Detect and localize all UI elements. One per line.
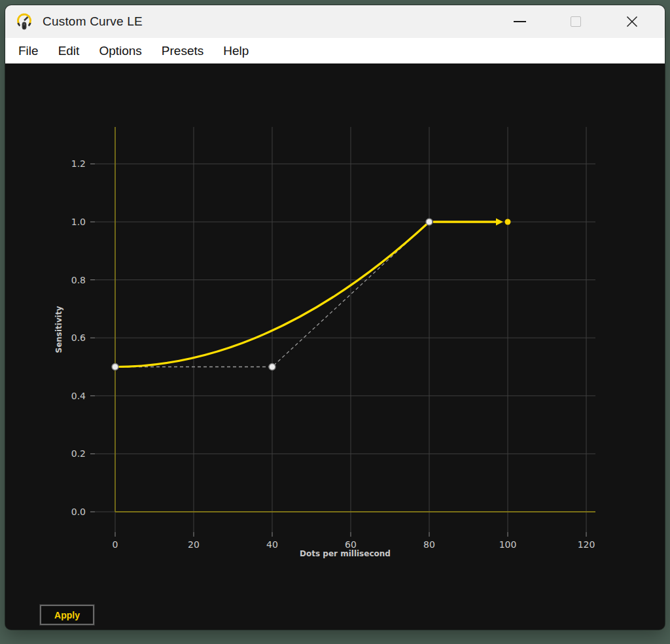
y-tick-label: 0.0 [71,507,86,517]
end-point-dot[interactable] [505,219,511,225]
extension-arrow-head [496,219,503,226]
y-axis-label: Sensitivity [54,306,63,353]
x-tick-label: 0 [113,539,118,550]
curve-anchor-point[interactable] [112,364,118,370]
x-axis-label: Dots per millisecond [300,549,391,558]
curve-anchor-point[interactable] [269,364,275,370]
y-tick-label: 0.8 [71,275,86,285]
apply-button[interactable]: Apply [40,605,94,625]
x-tick-label: 20 [188,539,200,550]
y-tick-label: 1.0 [71,217,86,227]
x-tick-label: 100 [499,539,517,550]
x-tick-label: 40 [266,539,278,550]
x-tick-label: 80 [423,539,435,550]
y-tick-label: 1.2 [71,158,86,169]
curve-chart-canvas[interactable]: 0204060801001200.00.20.40.60.81.01.2Dots… [0,0,670,644]
y-tick-label: 0.4 [71,391,86,401]
curve-anchor-point[interactable] [426,219,432,225]
y-tick-label: 0.6 [71,332,86,343]
y-tick-label: 0.2 [71,448,86,459]
x-tick-label: 60 [345,539,357,550]
x-tick-label: 120 [578,539,595,550]
